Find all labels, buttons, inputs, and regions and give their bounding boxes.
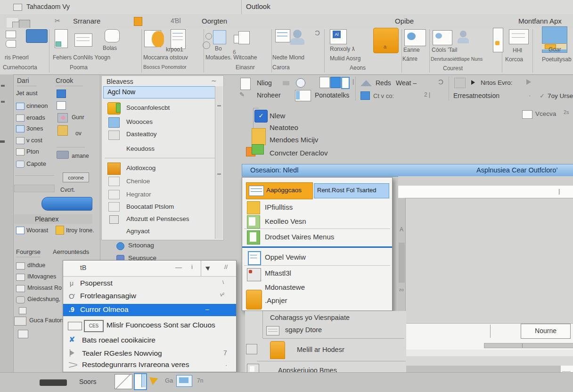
tab-opibe[interactable]: Opibe [395,17,414,25]
blue-swoosh[interactable] [41,197,92,211]
format-painter-icon[interactable] [6,40,16,48]
small-grid-icon[interactable] [19,307,26,314]
context-item-4[interactable]: Bats roeael cooikaicire [82,336,156,344]
reds-label[interactable]: Reds [376,79,391,87]
nav-item-giedcshung[interactable]: Giedcshung, [27,296,60,302]
stack-icon[interactable] [105,29,120,42]
nav-item-eroads[interactable]: eroads [26,114,45,121]
gray-box-icon[interactable] [454,78,466,88]
oy-label[interactable]: 7oy Ursert [548,92,573,99]
nav-item-dihdue[interactable]: dIhdue [27,262,45,269]
detail-line2[interactable]: sgapy Dtore [285,326,322,334]
nav-item-movagnes[interactable]: IMovagnes [27,273,56,280]
doc-lines-icon[interactable] [74,33,92,47]
folder-item-0[interactable]: Socoanfolescbt [126,104,170,111]
dropdown-item-4[interactable]: Mftastl3l [265,269,291,277]
note-icon[interactable] [18,330,28,338]
flyout-item-0[interactable]: Nlew [270,112,285,120]
nourne-button[interactable]: Nourne [521,324,571,339]
nav-item-jet[interactable]: Jet aust [16,90,38,97]
clock-icon[interactable] [296,78,305,88]
dropdown-item-0[interactable]: IPfiulltiss [265,203,293,211]
folder2-item-4[interactable]: Aftozutt el Penstecses [126,215,189,222]
nav-item-guca[interactable]: Guca Fautors [29,317,65,324]
flyout-item-2[interactable]: Mendoes Micijv [270,136,318,144]
note-page-icon[interactable] [240,78,251,90]
panel-icon[interactable] [238,31,250,44]
context-item-6[interactable]: Restodegunrarrs Ivrareona veres [82,360,189,369]
folder-item-2[interactable]: Dasteattoy [126,131,157,138]
tab-share[interactable]: Srranare [73,17,100,25]
context-item-1[interactable]: Frotrleagansagiw [80,292,136,300]
layout-c-icon[interactable] [341,77,350,89]
nav-item-amane[interactable]: amane [72,153,89,159]
niog-label[interactable]: Nliog [257,79,272,87]
reading-pane-icon[interactable] [134,373,147,390]
footer-item-srtoonag[interactable]: Srtoonag [128,242,154,249]
folder2-item-3[interactable]: Boocatatl Ptslom [126,203,174,210]
person-icon[interactable] [293,30,302,38]
dropdown-tab-orange[interactable]: Aapóggcaos [246,182,313,199]
tray-icon[interactable] [57,151,69,159]
fourgrse-label[interactable]: Fourgrse [16,248,41,255]
tab-montann[interactable]: Montfann Apx [518,17,562,25]
vcecva-label[interactable]: Vcecva [535,110,556,117]
corone-button[interactable]: corone [63,172,89,182]
aerroun-label[interactable]: Aerrountesds [53,248,89,255]
margin-icon-1[interactable] [246,344,257,354]
dash-glyph[interactable]: — [175,263,182,271]
nav-item-vcost[interactable]: v cost [26,137,42,144]
share-arrow-icon[interactable] [149,375,160,385]
dropdown-item-2[interactable]: Drodset Vaires Menus [265,233,334,241]
nav-item-3ones[interactable]: 3ones [26,125,43,132]
folders-selected-row[interactable]: Agcl Now [103,86,221,98]
collapsed-bar[interactable] [14,185,55,192]
grid-blue-icon[interactable] [360,91,370,100]
folder-item-1[interactable]: Woooces [126,118,153,125]
layout-b-icon[interactable] [330,77,341,88]
context-item-selected-row[interactable]: .9 Curror Olmeoa – [63,304,236,316]
folder2-item-0[interactable]: Alotloxcog [126,164,156,172]
address-book-icon[interactable] [213,30,226,44]
tab-orgten[interactable]: Oorgten [202,17,227,25]
detail-mail-label[interactable]: Melill ar Hodesr [297,346,344,353]
column-stack-icon[interactable] [493,28,503,52]
dropdown-item-5[interactable]: Mdonastewe [265,283,305,291]
nav-item-ov[interactable]: ov [75,130,82,137]
image-placeholder-icon[interactable] [115,374,132,389]
screen-icon[interactable] [509,29,529,44]
nioheer-label[interactable]: Nroheer [257,91,281,99]
ponotatelks-label[interactable]: Ponotatelks [315,91,349,99]
nav-item-gunr[interactable]: Gunr [72,114,84,121]
h-scrollbar[interactable] [484,343,573,348]
nav-item-cinneon[interactable]: cinneon [26,102,48,109]
calendar-icon[interactable] [57,101,66,110]
nav-item-cvcrt[interactable]: Cvcrt. [60,187,75,193]
context-item-3[interactable]: Mlislr Fuoncoess Sont sar Clouos [106,321,215,329]
folder-item-3[interactable]: Keoudoss [126,145,155,152]
dropdown-tab-blue[interactable]: Rent.Rost Fol Tsarted [314,183,389,198]
copy-icon[interactable] [6,31,16,38]
dropdown-item-3[interactable]: Oppel Vewiw [265,253,306,261]
weat-label[interactable]: Weat – [396,79,417,87]
info-glyph[interactable]: i [191,263,193,270]
erres-label[interactable]: Erresatneotsion [453,92,499,99]
flyout-item-1[interactable]: Neatoteo [270,123,298,131]
folders-scrollbar[interactable] [215,86,223,239]
nav-item-pton[interactable]: Pton [26,148,39,155]
photo2-icon[interactable] [433,30,452,45]
dropdown-item-6[interactable]: .Apnjer [265,296,287,304]
contact-icon[interactable] [460,31,467,37]
nav-item-mroissast[interactable]: Mroissast Ro [27,285,62,291]
side-thumb[interactable] [399,243,405,283]
tasks-icon[interactable] [57,125,68,136]
folder2-item-1[interactable]: Chenloe [126,178,150,185]
paste-button-icon[interactable] [26,29,48,43]
layout-a-icon[interactable] [319,77,330,88]
ctvco-label[interactable]: Ct v co: [373,92,394,99]
dropdown-item-1[interactable]: Keolleo Vesn [265,217,306,225]
blue-square-icon[interactable] [57,90,66,98]
folder2-item-2[interactable]: Hegrator [126,191,151,198]
context-item-0[interactable]: Psopersst [80,279,113,287]
nrtos-label[interactable]: Nrtos Evro: [481,79,513,86]
